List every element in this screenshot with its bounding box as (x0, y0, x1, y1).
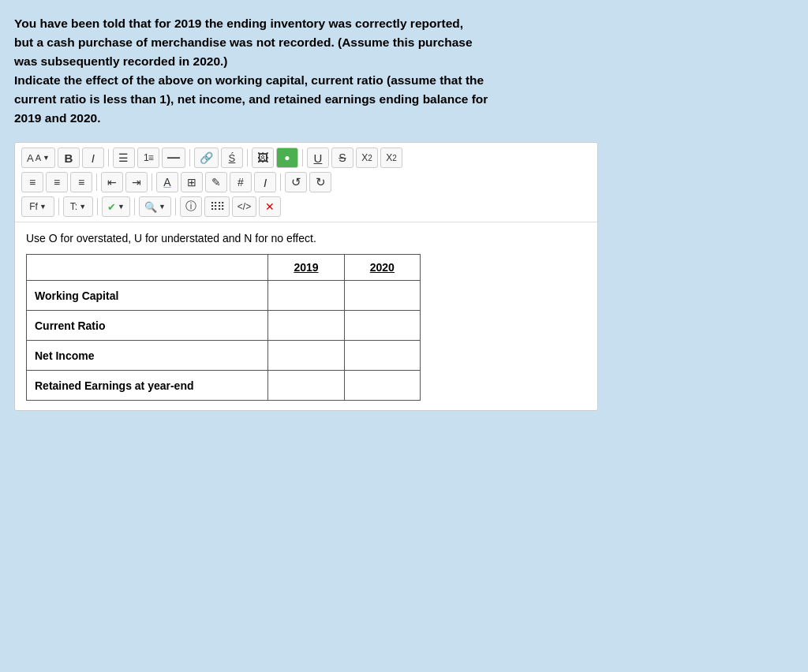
font-family-btn[interactable]: Ff ▼ (21, 196, 54, 217)
align-center-btn[interactable]: ≡ (46, 172, 68, 192)
toolbar-sep-2 (189, 149, 190, 166)
toolbar-sep-5 (96, 174, 97, 191)
row-label-net-income: Net Income (27, 341, 268, 371)
cell-net-income-2020[interactable] (344, 341, 420, 371)
undo-btn[interactable]: ↺ (285, 172, 307, 192)
check-dropdown-btn[interactable]: ✔ ▼ (102, 196, 130, 217)
accessibility-btn[interactable]: ⓘ (180, 196, 202, 217)
question-line-3: was subsequently recorded in 2020.) (14, 54, 228, 68)
editor-container: AA▼ B I ☰ 1≡ — 🔗 Ś 🖼 ● U S X2 X2 ≡ ≡ ≡ ⇤ (14, 142, 598, 411)
link-btn[interactable]: 🔗 (194, 147, 219, 168)
question-line-4: Indicate the effect of the above on work… (14, 73, 484, 87)
color-btn[interactable]: ● (276, 147, 298, 168)
redo-btn[interactable]: ↻ (309, 172, 331, 192)
insert-table-btn[interactable]: ⊞ (181, 172, 203, 192)
row-label-current-ratio: Current Ratio (27, 311, 268, 341)
col-header-2019: 2019 (268, 255, 344, 281)
text-type-btn[interactable]: T: ▼ (63, 196, 93, 217)
toolbar-row-3: Ff ▼ T: ▼ ✔ ▼ 🔍 ▼ ⓘ ⠿⠿ </> ✕ (21, 196, 591, 217)
question-line-2: but a cash purchase of merchandise was n… (14, 35, 473, 49)
toolbar-sep-7 (280, 174, 281, 191)
toolbar-sep-9 (97, 198, 98, 215)
strikethrough-btn[interactable]: S (331, 147, 354, 168)
table-row: Current Ratio (27, 311, 421, 341)
indent-btn[interactable]: ⇥ (125, 172, 148, 192)
answer-table: 2019 2020 Working Capital Current Ratio … (26, 254, 421, 401)
cell-retained-earnings-2019[interactable] (268, 371, 344, 401)
close-btn[interactable]: ✕ (259, 196, 281, 217)
text-cursor-btn[interactable]: I (254, 172, 276, 192)
question-line-6: 2019 and 2020. (14, 111, 100, 125)
image-btn[interactable]: 🖼 (252, 147, 274, 168)
highlight-btn[interactable]: A (156, 172, 178, 192)
cell-working-capital-2019[interactable] (268, 281, 344, 311)
special-char-btn[interactable]: Ś (221, 147, 243, 168)
toolbar-row-1: AA▼ B I ☰ 1≡ — 🔗 Ś 🖼 ● U S X2 X2 (21, 147, 591, 168)
bold-btn[interactable]: B (58, 147, 80, 168)
table-header-row: 2019 2020 (27, 255, 421, 281)
table-row: Retained Earnings at year-end (27, 371, 421, 401)
instruction-text: Use O for overstated, U for understated … (26, 232, 586, 245)
pin-btn[interactable]: 🔍 ▼ (139, 196, 171, 217)
edit-table-btn[interactable]: ✎ (205, 172, 227, 192)
underline-btn[interactable]: U (307, 147, 329, 168)
outdent-btn[interactable]: ⇤ (101, 172, 123, 192)
row-label-retained-earnings: Retained Earnings at year-end (27, 371, 268, 401)
cell-retained-earnings-2020[interactable] (344, 371, 420, 401)
toolbar-row-2: ≡ ≡ ≡ ⇤ ⇥ A ⊞ ✎ # I ↺ ↻ (21, 172, 591, 192)
editor-content: Use O for overstated, U for understated … (15, 222, 597, 410)
table-row: Net Income (27, 341, 421, 371)
toolbar-sep-8 (58, 198, 59, 215)
toolbar-sep-6 (152, 174, 152, 191)
align-left-btn[interactable]: ≡ (21, 172, 43, 192)
subscript-btn[interactable]: X2 (356, 147, 378, 168)
toolbar-sep-4 (302, 149, 303, 166)
horizontal-rule-btn[interactable]: — (162, 147, 185, 168)
col-header-2020: 2020 (344, 255, 420, 281)
toolbar-sep-11 (175, 198, 176, 215)
table-row: Working Capital (27, 281, 421, 311)
cell-net-income-2019[interactable] (268, 341, 344, 371)
font-size-btn[interactable]: AA▼ (21, 147, 55, 168)
code-btn[interactable]: </> (232, 196, 256, 217)
grid-btn[interactable]: # (230, 172, 252, 192)
italic-btn[interactable]: I (82, 147, 104, 168)
align-right-btn[interactable]: ≡ (70, 172, 92, 192)
toolbar: AA▼ B I ☰ 1≡ — 🔗 Ś 🖼 ● U S X2 X2 ≡ ≡ ≡ ⇤ (15, 143, 597, 222)
cell-working-capital-2020[interactable] (344, 281, 420, 311)
cell-current-ratio-2020[interactable] (344, 311, 420, 341)
toolbar-sep-1 (108, 149, 109, 166)
question-line-1: You have been told that for 2019 the end… (14, 17, 463, 30)
superscript-btn[interactable]: X2 (380, 147, 402, 168)
row-label-working-capital: Working Capital (27, 281, 268, 311)
unordered-list-btn[interactable]: ☰ (113, 147, 135, 168)
toolbar-sep-3 (247, 149, 248, 166)
question-block: You have been told that for 2019 the end… (14, 14, 794, 128)
toolbar-sep-10 (134, 198, 135, 215)
question-line-5: current ratio is less than 1), net incom… (14, 92, 488, 106)
ordered-list-btn[interactable]: 1≡ (137, 147, 159, 168)
dots-grid-btn[interactable]: ⠿⠿ (204, 196, 230, 217)
cell-current-ratio-2019[interactable] (268, 311, 344, 341)
col-header-label (27, 255, 268, 281)
